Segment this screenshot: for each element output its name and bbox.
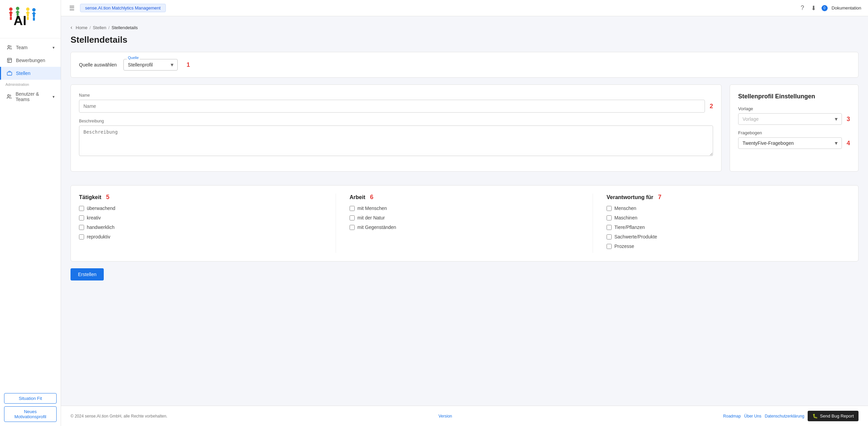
arbeit-section: Arbeit 6 mit Menschen mit der Natur mit … <box>336 194 593 253</box>
fragebogen-label: Fragebogen <box>738 130 850 135</box>
checkbox-mit-gegenstaenden-label: mit Gegenständen <box>357 225 396 230</box>
svg-point-25 <box>8 45 9 47</box>
svg-rect-20 <box>33 12 35 17</box>
footer-datenschutz-link[interactable]: Datenschutzerklärung <box>765 414 805 419</box>
svg-rect-4 <box>10 17 11 20</box>
checkbox-mit-gegenstaenden-input[interactable] <box>350 225 355 230</box>
checkbox-handwerklich-input[interactable] <box>79 225 84 230</box>
profile-settings-card: Stellenprofil Einstellungen Vorlage Vorl… <box>730 84 859 172</box>
fragebogen-select[interactable]: TwentyFive-Fragebogen <box>738 137 842 149</box>
topbar: ☰ sense.AI.tion Matchlytics Management ?… <box>61 0 868 16</box>
vorlage-group: Vorlage Vorlage ▼ 3 <box>738 106 850 125</box>
back-button[interactable]: ‹ <box>71 24 72 31</box>
name-group: Name 2 <box>79 93 713 113</box>
send-bug-report-button[interactable]: 🐛 Send Bug Report <box>808 411 859 421</box>
checkboxes-grid: Tätigkeit 5 überwachend kreativ handwerk… <box>79 194 850 253</box>
svg-rect-26 <box>7 58 12 62</box>
checkbox-kreativ-input[interactable] <box>79 215 84 220</box>
step-1-number: 1 <box>186 61 190 69</box>
svg-rect-17 <box>27 17 28 20</box>
source-field-label: Quelle <box>127 56 140 60</box>
svg-rect-18 <box>28 17 29 20</box>
checkbox-maschinen-label: Maschinen <box>614 215 637 220</box>
checkbox-mit-menschen-input[interactable] <box>350 206 355 211</box>
checkbox-v-menschen-input[interactable] <box>607 206 612 211</box>
checkbox-reproduktiv-input[interactable] <box>79 234 84 239</box>
checkbox-maschinen-input[interactable] <box>607 215 612 220</box>
main-nav: Team ▼ Bewerbungen Stellen Administratio… <box>0 38 61 389</box>
svg-text:AI: AI <box>14 14 26 28</box>
svg-point-19 <box>32 8 36 12</box>
source-select-wrapper: Quelle Stellenprofil ▼ <box>123 59 178 71</box>
chevron-down-icon-2: ▼ <box>52 95 55 99</box>
briefcase-icon <box>6 70 13 76</box>
checkbox-ueberwachend: überwachend <box>79 206 322 211</box>
help-button[interactable]: ? <box>800 3 806 13</box>
svg-rect-5 <box>11 17 12 20</box>
logo-area: AI <box>0 0 61 38</box>
footer-version-link[interactable]: Version <box>438 414 452 419</box>
create-button[interactable]: Erstellen <box>71 268 104 280</box>
sidebar-item-stellen[interactable]: Stellen <box>0 67 61 80</box>
sidebar-item-stellen-label: Stellen <box>16 71 31 76</box>
verantwortung-title: Verantwortung für 7 <box>607 194 842 201</box>
checkbox-prozesse-input[interactable] <box>607 244 612 249</box>
situation-fit-button[interactable]: Situation Fit <box>4 393 57 404</box>
profile-settings-section: Stellenprofil Einstellungen Vorlage Vorl… <box>730 85 858 162</box>
hamburger-button[interactable]: ☰ <box>68 3 76 13</box>
people-icon <box>6 44 13 51</box>
vorlage-select[interactable]: Vorlage <box>738 113 842 125</box>
description-textarea[interactable] <box>79 125 713 156</box>
step-3-number: 3 <box>847 116 850 123</box>
breadcrumb-home[interactable]: Home <box>76 25 87 30</box>
app-logo: AI <box>4 5 38 33</box>
breadcrumb: ‹ Home / Stellen / Stellendetails <box>71 24 859 31</box>
taetigkeit-section: Tätigkeit 5 überwachend kreativ handwerk… <box>79 194 336 253</box>
bug-icon: 🐛 <box>812 413 818 419</box>
app-title-badge: sense.AI.tion Matchlytics Management <box>80 4 166 12</box>
name-input[interactable] <box>79 100 705 113</box>
checkbox-mit-der-natur-input[interactable] <box>350 215 355 220</box>
checkbox-mit-der-natur: mit der Natur <box>350 215 579 220</box>
source-select[interactable]: Stellenprofil <box>123 59 178 71</box>
checkbox-prozesse-label: Prozesse <box>614 244 634 249</box>
checkbox-mit-menschen-label: mit Menschen <box>357 206 387 211</box>
svg-point-6 <box>16 7 19 10</box>
checkbox-handwerklich: handwerklich <box>79 225 322 230</box>
checkbox-tiere-pflanzen: Tiere/Pflanzen <box>607 225 842 230</box>
svg-point-0 <box>9 7 13 11</box>
sidebar-item-benutzer-teams[interactable]: Benutzer & Teams ▼ <box>0 88 61 105</box>
checkbox-menschen-verantwortung: Menschen <box>607 206 842 211</box>
chart-icon <box>6 57 13 63</box>
form-left-card: Name 2 Beschreibung <box>71 84 722 172</box>
footer-roadmap-link[interactable]: Roadmap <box>723 414 741 419</box>
sidebar-item-team-label: Team <box>16 45 27 50</box>
svg-rect-24 <box>34 17 35 21</box>
step-2-number: 2 <box>710 103 713 110</box>
download-button[interactable]: ⬇ <box>810 3 817 13</box>
arbeit-title: Arbeit 6 <box>350 194 579 201</box>
chevron-down-icon: ▼ <box>52 46 55 50</box>
footer-copyright: © 2024 sense.AI.tion GmbH, alle Rechte v… <box>71 414 167 419</box>
footer-ueber-uns-link[interactable]: Über Uns <box>744 414 762 419</box>
source-selector-card: Quelle auswählen Quelle Stellenprofil ▼ … <box>71 52 859 78</box>
description-label: Beschreibung <box>79 119 713 123</box>
checkbox-v-menschen-label: Menschen <box>614 206 636 211</box>
checkbox-tiere-pflanzen-label: Tiere/Pflanzen <box>614 225 645 230</box>
docs-link[interactable]: Dokumentation <box>832 5 861 11</box>
checkbox-reproduktiv: reproduktiv <box>79 234 322 239</box>
breadcrumb-stellen[interactable]: Stellen <box>93 25 106 30</box>
notification-badge: 0 <box>822 5 828 11</box>
checkbox-sachwerte-produkte-input[interactable] <box>607 234 612 239</box>
step-5-number: 5 <box>106 194 110 201</box>
svg-rect-27 <box>7 72 12 75</box>
sidebar: AI Team ▼ <box>0 0 61 426</box>
checkbox-ueberwachend-input[interactable] <box>79 206 84 211</box>
checkbox-tiere-pflanzen-input[interactable] <box>607 225 612 230</box>
neues-motivationsprofil-button[interactable]: Neues Motivationsprofil <box>4 406 57 422</box>
checkbox-mit-gegenstaenden: mit Gegenständen <box>350 225 579 230</box>
sidebar-item-benutzer-teams-label: Benutzer & Teams <box>16 91 52 102</box>
sidebar-item-team[interactable]: Team ▼ <box>0 41 61 54</box>
sidebar-item-bewerbungen[interactable]: Bewerbungen <box>0 54 61 67</box>
breadcrumb-current: Stellendetails <box>112 25 138 30</box>
